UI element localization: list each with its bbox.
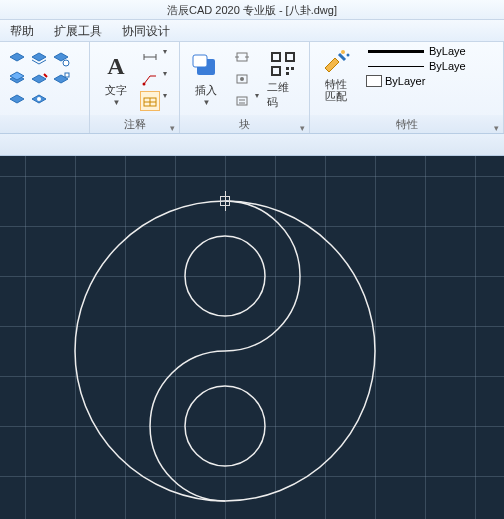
leader-icon[interactable] [140, 69, 160, 89]
chevron-down-icon[interactable]: ▾ [163, 47, 167, 67]
text-button[interactable]: A 文字 ▼ [94, 49, 138, 109]
svg-rect-15 [291, 67, 294, 70]
lineweight-select[interactable]: ByLaye [364, 59, 468, 73]
svg-point-2 [37, 97, 41, 101]
attr-icon[interactable] [232, 91, 252, 111]
edit-block-icon[interactable] [232, 69, 252, 89]
svg-point-17 [341, 50, 345, 54]
svg-point-9 [240, 77, 244, 81]
table-icon[interactable] [140, 91, 160, 111]
qrcode-button[interactable]: 二维码 [261, 46, 305, 112]
insert-label: 插入 [195, 83, 217, 98]
svg-point-21 [185, 386, 265, 466]
menu-collab-design[interactable]: 协同设计 [112, 20, 180, 41]
block-panel: 插入 ▼ ▾ 二维码 块▾ [180, 42, 310, 133]
layers-icon[interactable] [51, 50, 71, 68]
panel-label [0, 115, 89, 133]
layers-icon[interactable] [7, 90, 27, 108]
linetype-select[interactable]: ByLayer [364, 74, 468, 88]
drawing-canvas[interactable] [0, 156, 504, 519]
expand-icon[interactable]: ▾ [300, 119, 305, 137]
svg-rect-13 [272, 67, 280, 75]
layers-icon[interactable] [51, 70, 71, 88]
annotate-panel: A 文字 ▼ ▾ ▾ ▾ 注释▾ [90, 42, 180, 133]
chevron-down-icon[interactable]: ▾ [163, 69, 167, 89]
properties-panel: 特性 匹配 ByLaye ByLaye ByLayer 特性▾ [310, 42, 504, 133]
ribbon: A 文字 ▼ ▾ ▾ ▾ 注释▾ [0, 42, 504, 134]
panel-label-props: 特性▾ [310, 115, 503, 133]
layers-panel [0, 42, 90, 133]
panel-label-block: 块▾ [180, 115, 309, 133]
menu-help[interactable]: 帮助 [0, 20, 44, 41]
qrcode-icon [267, 48, 299, 80]
panel-label-annotate: 注释▾ [90, 115, 179, 133]
crosshair-line [225, 191, 226, 211]
color-swatch [366, 75, 382, 87]
svg-point-20 [185, 236, 265, 316]
svg-rect-6 [193, 55, 207, 67]
svg-rect-14 [286, 67, 289, 70]
svg-rect-1 [65, 73, 69, 77]
svg-rect-16 [286, 72, 289, 75]
layers-icon[interactable] [29, 70, 49, 88]
menu-ext-tools[interactable]: 扩展工具 [44, 20, 112, 41]
svg-rect-12 [286, 53, 294, 61]
match-props-icon [320, 46, 352, 78]
chevron-down-icon: ▼ [113, 98, 121, 107]
match-props-button[interactable]: 特性 匹配 [314, 44, 358, 104]
match-props-label: 特性 匹配 [325, 78, 347, 102]
layers-icon[interactable] [29, 50, 49, 68]
create-block-icon[interactable] [232, 47, 252, 67]
sub-tabs [0, 134, 504, 156]
svg-point-0 [63, 60, 69, 66]
dimension-icon[interactable] [140, 47, 160, 67]
text-icon: A [100, 51, 132, 83]
text-label: 文字 [105, 83, 127, 98]
color-select[interactable]: ByLaye [364, 44, 468, 58]
yin-yang-drawing [0, 156, 504, 519]
svg-point-18 [347, 54, 350, 57]
chevron-down-icon[interactable]: ▾ [163, 91, 167, 111]
menu-bar: 帮助 扩展工具 协同设计 [0, 20, 504, 42]
expand-icon[interactable]: ▾ [494, 119, 499, 137]
expand-icon[interactable]: ▾ [170, 119, 175, 137]
title-bar: 浩辰CAD 2020 专业版 - [八卦.dwg] [0, 0, 504, 20]
layers-icon[interactable] [7, 70, 27, 88]
insert-icon [190, 51, 222, 83]
layers-icon[interactable] [29, 90, 49, 108]
bylayer-text: ByLaye [429, 60, 466, 72]
chevron-down-icon[interactable]: ▾ [255, 91, 259, 111]
bylayer-text: ByLaye [429, 45, 466, 57]
bylayer-text: ByLayer [385, 75, 425, 87]
svg-rect-11 [272, 53, 280, 61]
insert-button[interactable]: 插入 ▼ [184, 49, 228, 109]
layers-icon[interactable] [7, 50, 27, 68]
svg-rect-10 [237, 97, 247, 105]
chevron-down-icon: ▼ [203, 98, 211, 107]
qrcode-label: 二维码 [267, 80, 299, 110]
svg-point-3 [143, 82, 146, 85]
